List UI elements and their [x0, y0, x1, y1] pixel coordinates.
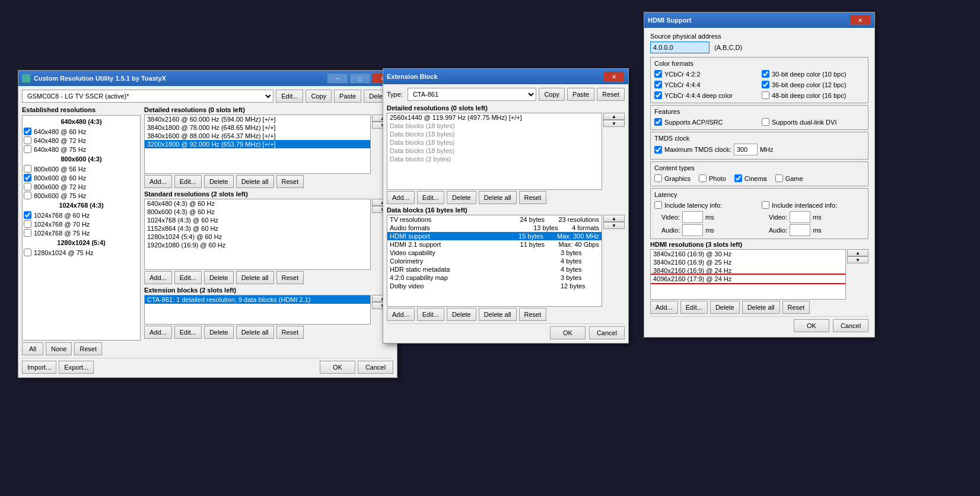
- check-1024x768-75[interactable]: [24, 229, 31, 237]
- ext-detailed-down-button[interactable]: ▼: [603, 120, 625, 127]
- det-res-item-1[interactable]: 3840x1800 @ 78.000 Hz (648.65 MHz) [+/+]: [145, 123, 370, 132]
- cru-export-button[interactable]: Export...: [59, 361, 94, 374]
- det-res-item-2[interactable]: 3840x1600 @ 88.000 Hz (654.37 MHz) [+/+]: [145, 132, 370, 140]
- hdmi-res-delete-all-button[interactable]: Delete all: [742, 301, 780, 314]
- ext-detailed-add-button[interactable]: Add...: [387, 191, 415, 204]
- latency-audio-interlaced-input[interactable]: [790, 224, 810, 236]
- std-res-item-1[interactable]: 800x600 (4:3) @ 60 Hz: [145, 208, 370, 216]
- ext-data-blocks-up-button[interactable]: ▲: [603, 215, 625, 222]
- cru-maximize-button[interactable]: □: [349, 73, 371, 84]
- established-none-button[interactable]: None: [46, 342, 72, 355]
- ext-data-blocks-list[interactable]: TV resolutions24 bytes23 resolutions Aud…: [387, 215, 602, 307]
- extension-blocks-list[interactable]: CTA-861: 1 detailed resolution, 9 data b…: [144, 295, 371, 325]
- ext-ok-button[interactable]: OK: [550, 326, 586, 339]
- check-acp[interactable]: [654, 118, 662, 126]
- check-1280x1024-75[interactable]: [24, 249, 31, 256]
- check-cinema[interactable]: [734, 174, 742, 182]
- det-res-item-3[interactable]: 3200x1800 @ 92.000 Hz (653.79 MHz) [+/+]: [145, 140, 370, 148]
- check-800x600-60[interactable]: [24, 174, 31, 182]
- std-res-item-2[interactable]: 1024x768 (4:3) @ 60 Hz: [145, 216, 370, 224]
- check-30bit[interactable]: [762, 70, 769, 78]
- ext-det-item-2[interactable]: Data blocks (18 bytes): [387, 130, 602, 138]
- detailed-res-reset-button[interactable]: Reset: [276, 175, 304, 188]
- established-resolutions-list[interactable]: 640x480 (4:3) 640x480 @ 60 Hz 640x480 @ …: [22, 115, 141, 341]
- hdmi-close-button[interactable]: ✕: [849, 15, 871, 26]
- latency-video-input[interactable]: [682, 211, 703, 223]
- cru-copy-button[interactable]: Copy: [306, 90, 332, 103]
- check-1024x768-70[interactable]: [24, 220, 31, 228]
- check-48bit[interactable]: [762, 91, 769, 99]
- ext-cancel-button[interactable]: Cancel: [589, 326, 625, 339]
- std-res-item-5[interactable]: 1920x1080 (16:9) @ 60 Hz: [145, 241, 370, 249]
- check-ycbcr422[interactable]: [654, 70, 662, 78]
- check-36bit[interactable]: [762, 81, 769, 88]
- data-block-420-cap[interactable]: 4:2:0 capability map3 bytes: [387, 274, 602, 282]
- standard-res-delete-all-button[interactable]: Delete all: [236, 271, 274, 284]
- ext-data-blocks-delete-button[interactable]: Delete: [447, 308, 476, 321]
- ext-close-button[interactable]: ✕: [603, 71, 625, 82]
- hdmi-res-item-3[interactable]: 4096x2160 (17:9) @ 24 Hz: [651, 275, 845, 283]
- ext-blocks-edit-button[interactable]: Edit...: [174, 326, 202, 339]
- ext-data-blocks-edit-button[interactable]: Edit...: [417, 308, 444, 321]
- cru-edit-button[interactable]: Edit...: [276, 90, 303, 103]
- check-tmds-max[interactable]: [654, 146, 662, 154]
- hdmi-resolutions-list[interactable]: 3840x2160 (16:9) @ 30 Hz 3840x2160 (16:9…: [650, 249, 846, 300]
- ext-type-dropdown[interactable]: CTA-861: [408, 88, 537, 101]
- data-block-audio[interactable]: Audio formats13 bytes4 formats: [387, 224, 602, 232]
- check-dvi[interactable]: [762, 118, 769, 126]
- check-800x600-72[interactable]: [24, 183, 31, 190]
- ext-det-item-0[interactable]: 2560x1440 @ 119.997 Hz (497.75 MHz) [+/+…: [387, 113, 602, 122]
- detailed-res-delete-button[interactable]: Delete: [204, 175, 234, 188]
- hdmi-res-item-0[interactable]: 3840x2160 (16:9) @ 30 Hz: [651, 250, 845, 258]
- std-res-item-3[interactable]: 1152x864 (4:3) @ 60 Hz: [145, 224, 370, 233]
- check-photo[interactable]: [699, 174, 707, 182]
- standard-res-edit-button[interactable]: Edit...: [174, 271, 202, 284]
- standard-res-delete-button[interactable]: Delete: [204, 271, 234, 284]
- established-reset-button[interactable]: Reset: [74, 342, 102, 355]
- check-game[interactable]: [775, 174, 783, 182]
- ext-detailed-edit-button[interactable]: Edit...: [417, 191, 444, 204]
- std-res-item-0[interactable]: 640x480 (4:3) @ 60 Hz: [145, 199, 370, 208]
- ext-blocks-delete-all-button[interactable]: Delete all: [236, 326, 274, 339]
- data-block-tv-res[interactable]: TV resolutions24 bytes23 resolutions: [387, 215, 602, 224]
- ext-blocks-reset-button[interactable]: Reset: [276, 326, 304, 339]
- detailed-res-delete-all-button[interactable]: Delete all: [236, 175, 274, 188]
- check-include-latency[interactable]: [654, 201, 662, 209]
- hdmi-res-reset-button[interactable]: Reset: [782, 301, 810, 314]
- standard-res-reset-button[interactable]: Reset: [276, 271, 304, 284]
- hdmi-res-up-button[interactable]: ▲: [847, 249, 868, 256]
- source-address-input[interactable]: [650, 42, 709, 53]
- check-640x480-72[interactable]: [24, 136, 31, 144]
- std-res-item-4[interactable]: 1280x1024 (5:4) @ 60 Hz: [145, 233, 370, 241]
- hdmi-res-edit-button[interactable]: Edit...: [680, 301, 708, 314]
- ext-detailed-up-button[interactable]: ▲: [603, 113, 625, 120]
- standard-res-add-button[interactable]: Add...: [144, 271, 172, 284]
- ext-data-blocks-delete-all-button[interactable]: Delete all: [479, 308, 517, 321]
- ext-detailed-reset-button[interactable]: Reset: [519, 191, 547, 204]
- ext-copy-button[interactable]: Copy: [539, 88, 565, 101]
- hdmi-res-item-1[interactable]: 3840x2160 (16:9) @ 25 Hz: [651, 258, 845, 266]
- detailed-resolutions-list[interactable]: 3840x2160 @ 60.000 Hz (594.00 MHz) [+/+]…: [144, 115, 371, 174]
- ext-paste-button[interactable]: Paste: [567, 88, 594, 101]
- standard-resolutions-list[interactable]: 640x480 (4:3) @ 60 Hz 800x600 (4:3) @ 60…: [144, 199, 371, 270]
- data-block-video-cap[interactable]: Video capability3 bytes: [387, 249, 602, 257]
- cru-ok-button[interactable]: OK: [320, 361, 355, 374]
- check-640x480-60[interactable]: [24, 128, 31, 135]
- hdmi-res-delete-button[interactable]: Delete: [710, 301, 740, 314]
- check-include-interlaced[interactable]: [762, 201, 769, 209]
- det-res-item-0[interactable]: 3840x2160 @ 60.000 Hz (594.00 MHz) [+/+]: [145, 115, 370, 123]
- hdmi-res-add-button[interactable]: Add...: [650, 301, 678, 314]
- ext-detailed-delete-button[interactable]: Delete: [447, 191, 476, 204]
- cru-minimize-button[interactable]: ─: [327, 73, 348, 84]
- tmds-max-input[interactable]: [734, 144, 758, 155]
- cru-cancel-button[interactable]: Cancel: [358, 361, 393, 374]
- hdmi-res-item-2[interactable]: 3840x2160 (16:9) @ 24 Hz: [651, 266, 845, 275]
- data-block-dolby[interactable]: Dolby video12 bytes: [387, 282, 602, 290]
- detailed-res-add-button[interactable]: Add...: [144, 175, 172, 188]
- hdmi-ok-button[interactable]: OK: [794, 319, 829, 332]
- ext-blocks-delete-button[interactable]: Delete: [204, 326, 234, 339]
- hdmi-res-down-button[interactable]: ▼: [847, 256, 868, 263]
- ext-detailed-list[interactable]: 2560x1440 @ 119.997 Hz (497.75 MHz) [+/+…: [387, 113, 602, 190]
- ext-data-blocks-add-button[interactable]: Add...: [387, 308, 415, 321]
- monitor-dropdown[interactable]: GSMC0C8 - LG TV SSCR (active)*: [22, 90, 273, 103]
